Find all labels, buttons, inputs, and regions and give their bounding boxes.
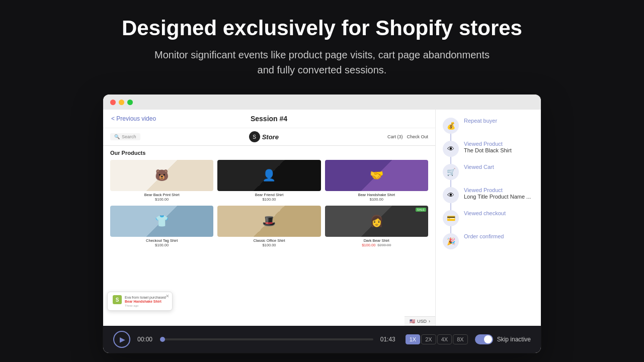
- viewed-product-detail-2: Long Title Product Name ...: [464, 194, 534, 200]
- session-title: Session #4: [251, 115, 287, 123]
- traffic-light-yellow[interactable]: [119, 100, 124, 105]
- product-price-1: $100.00: [110, 197, 213, 202]
- viewed-product-info-2: Viewed Product Long Title Product Name .…: [464, 187, 534, 200]
- speed-8x[interactable]: 8X: [453, 334, 467, 344]
- play-icon: ▶: [120, 335, 125, 343]
- viewed-product-icon-2: 👁: [443, 187, 459, 203]
- viewed-cart-info: Viewed Cart: [464, 164, 534, 170]
- speed-2x[interactable]: 2X: [421, 334, 436, 344]
- flag-icon: 🇺🇸: [410, 319, 415, 324]
- traffic-light-red[interactable]: [110, 100, 116, 105]
- store-logo-icon: S: [249, 131, 260, 142]
- traffic-light-green[interactable]: [127, 100, 133, 105]
- browser-titlebar: [103, 95, 541, 110]
- viewed-product-label-2: Viewed Product: [464, 187, 534, 193]
- product-price-2: $100.00: [217, 197, 320, 202]
- viewed-checkout-info: Viewed checkout: [464, 210, 534, 216]
- timeline-item-repeat-buyer: 💰 Repeat buyer: [443, 118, 534, 141]
- notification-close[interactable]: ✕: [166, 294, 170, 299]
- product-image-1: [110, 160, 213, 191]
- repeat-buyer-label: Repeat buyer: [464, 118, 534, 124]
- page-wrapper: Designed exclusively for Shopify stores …: [0, 0, 644, 362]
- product-image-2: [217, 160, 320, 191]
- viewed-product-icon-1: 👁: [443, 141, 459, 157]
- cart-label[interactable]: Cart (3): [387, 134, 403, 139]
- product-image-4: [110, 206, 213, 237]
- products-grid: Bear Back Print Shirt $100.00 Bear Frien…: [110, 160, 428, 247]
- products-title: Our Products: [110, 150, 428, 156]
- product-card-3[interactable]: Bear Handshake Shirt $100.00: [325, 160, 428, 202]
- notification-product: Bear Handshake Shirt: [125, 300, 166, 303]
- play-button[interactable]: ▶: [113, 331, 130, 348]
- product-name-6: Dark Bear Shirt: [325, 238, 428, 243]
- prev-video-button[interactable]: < Previous video: [111, 115, 156, 122]
- store-search[interactable]: 🔍 Search: [110, 133, 140, 140]
- product-price-sale-6: $100.00: [362, 243, 375, 247]
- time-total: 01:43: [380, 336, 398, 343]
- notification-popup: S Eva from Israel purchased Bear Handsha…: [107, 292, 173, 311]
- header-section: Designed exclusively for Shopify stores …: [112, 0, 532, 87]
- product-image-6: SALE: [325, 206, 428, 237]
- video-area: < Previous video Session #4 🔍 Search: [103, 110, 435, 326]
- product-price-4: $100.00: [110, 243, 213, 247]
- checkout-label[interactable]: Check Out: [407, 134, 428, 139]
- skip-inactive-toggle[interactable]: [475, 334, 493, 344]
- outer-card: < Previous video Session #4 🔍 Search: [103, 95, 541, 353]
- notification-time: Three ago: [125, 304, 166, 307]
- speed-4x[interactable]: 4X: [437, 334, 452, 344]
- product-name-1: Bear Back Print Shirt: [110, 193, 213, 197]
- product-price-3: $100.00: [325, 197, 428, 202]
- product-card-6[interactable]: SALE Dark Bear Shirt $100.00 $200.00: [325, 206, 428, 247]
- store-inner: 🔍 Search S Store Cart (3) Check Out: [103, 128, 435, 326]
- store-cart-area: Cart (3) Check Out: [387, 134, 428, 139]
- chevron-icon: ›: [429, 319, 430, 324]
- skip-inactive-toggle-wrap: Skip inactive: [475, 334, 531, 344]
- timeline-item-viewed-product-2: 👁 Viewed Product Long Title Product Name…: [443, 187, 534, 210]
- product-card-4[interactable]: Checkout Tag Shirt $100.00: [110, 206, 213, 247]
- product-name-2: Bear Friend Shirt: [217, 193, 320, 197]
- toggle-knob: [484, 335, 492, 343]
- order-confirmed-icon: 🎉: [443, 233, 459, 249]
- viewed-cart-label: Viewed Cart: [464, 164, 534, 170]
- store-logo-area: S Store: [249, 131, 279, 142]
- progress-dot: [160, 337, 165, 342]
- sub-title: Monitor significant events like product …: [146, 47, 498, 77]
- product-card-5[interactable]: Classic Office Shirt $100.00: [217, 206, 320, 247]
- timeline-item-viewed-cart: 🛒 Viewed Cart: [443, 164, 534, 187]
- viewed-product-info-1: Viewed Product The Dot Black Shirt: [464, 141, 534, 153]
- product-card-1[interactable]: Bear Back Print Shirt $100.00: [110, 160, 213, 202]
- store-simulation: 🔍 Search S Store Cart (3) Check Out: [103, 128, 435, 326]
- main-title: Designed exclusively for Shopify stores: [122, 16, 522, 40]
- video-controls: ▶ 00:00 01:43 1X 2X 4X 8X Skip inactive: [103, 326, 541, 353]
- currency-bar: 🇺🇸 USD ›: [405, 316, 435, 326]
- search-icon: 🔍: [114, 134, 120, 139]
- product-name-3: Bear Handshake Shirt: [325, 193, 428, 197]
- progress-bar[interactable]: [163, 338, 373, 340]
- browser-content: < Previous video Session #4 🔍 Search: [103, 110, 541, 326]
- timeline-item-viewed-product-1: 👁 Viewed Product The Dot Black Shirt: [443, 141, 534, 164]
- viewed-product-label-1: Viewed Product: [464, 141, 534, 147]
- timeline-item-order-confirmed: 🎉 Order confirmed: [443, 233, 534, 249]
- repeat-buyer-info: Repeat buyer: [464, 118, 534, 124]
- sale-badge: SALE: [416, 208, 426, 212]
- product-card-2[interactable]: Bear Friend Shirt $100.00: [217, 160, 320, 202]
- events-sidebar: 💰 Repeat buyer 👁 Viewed Product The Dot …: [435, 110, 541, 326]
- currency-label: USD: [417, 319, 427, 324]
- product-name-4: Checkout Tag Shirt: [110, 238, 213, 243]
- repeat-buyer-icon: 💰: [443, 118, 459, 134]
- order-confirmed-label: Order confirmed: [464, 233, 534, 239]
- product-image-5: [217, 206, 320, 237]
- notification-buyer: Eva from Israel purchased: [125, 295, 166, 300]
- store-navbar: 🔍 Search S Store Cart (3) Check Out: [103, 128, 435, 146]
- order-confirmed-info: Order confirmed: [464, 233, 534, 239]
- shopify-icon: S: [113, 295, 122, 304]
- store-logo-text: Store: [262, 133, 279, 141]
- viewed-checkout-icon: 💳: [443, 210, 459, 226]
- viewed-product-detail-1: The Dot Black Shirt: [464, 147, 534, 153]
- search-placeholder-text: Search: [122, 134, 136, 139]
- speed-1x[interactable]: 1X: [406, 334, 420, 344]
- time-current: 00:00: [137, 336, 155, 343]
- product-price-old-6: $200.00: [377, 243, 391, 247]
- timeline-item-viewed-checkout: 💳 Viewed checkout: [443, 210, 534, 233]
- product-image-3: [325, 160, 428, 191]
